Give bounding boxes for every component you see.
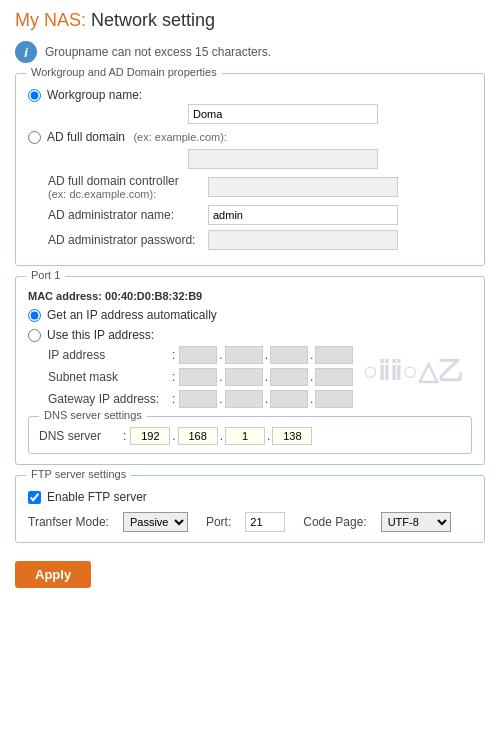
port1-section-title: Port 1 (26, 269, 65, 281)
ip-auto-radio[interactable] (28, 309, 41, 322)
port-input[interactable] (245, 512, 285, 532)
subnet-mask-row: Subnet mask : . . . (48, 368, 472, 386)
ip-manual-radio-row: Use this IP address: (28, 328, 472, 342)
info-bar: i Groupname can not excess 15 characters… (15, 41, 485, 63)
gateway-row: Gateway IP address: : . . . (48, 390, 472, 408)
workgroup-name-input[interactable] (188, 104, 378, 124)
ftp-options-row: Tranfser Mode: Passive Active Port: Code… (28, 512, 472, 532)
ftp-section-title: FTP server settings (26, 468, 131, 480)
dns-octet-2[interactable] (178, 427, 218, 445)
port1-section: Port 1 MAC address: 00:40:D0:B8:32:B9 Ge… (15, 276, 485, 465)
nas-label: My NAS: (15, 10, 86, 30)
gateway-label: Gateway IP address: (48, 392, 168, 406)
ip-address-label: IP address (48, 348, 168, 362)
transfer-mode-label: Tranfser Mode: (28, 515, 109, 529)
apply-button[interactable]: Apply (15, 561, 91, 588)
ip-address-row: IP address : . . . (48, 346, 472, 364)
ad-controller-input[interactable] (208, 177, 398, 197)
info-icon: i (15, 41, 37, 63)
workgroup-name-label: Workgroup name: (47, 88, 142, 102)
ip-manual-label: Use this IP address: (47, 328, 154, 342)
ip-colon-1: : (172, 348, 175, 362)
ad-domain-radio[interactable] (28, 131, 41, 144)
ip-auto-label: Get an IP address automatically (47, 308, 217, 322)
ad-admin-pass-row: AD administrator password: (48, 230, 472, 250)
ad-admin-name-row: AD administrator name: (48, 205, 472, 225)
gateway-colon: : (172, 392, 175, 406)
transfer-mode-select[interactable]: Passive Active (123, 512, 188, 532)
workgroup-section: Workgroup and AD Domain properties Workg… (15, 73, 485, 266)
ip-octet-3[interactable] (270, 346, 308, 364)
ip-manual-radio[interactable] (28, 329, 41, 342)
subnet-octet-2[interactable] (225, 368, 263, 386)
ad-admin-name-label: AD administrator name: (48, 208, 208, 222)
page-title: My NAS: Network setting (15, 10, 485, 31)
workgroup-section-title: Workgroup and AD Domain properties (26, 66, 222, 78)
ip-octet-4[interactable] (315, 346, 353, 364)
ip-octet-1[interactable] (179, 346, 217, 364)
port-label: Port: (206, 515, 231, 529)
ad-controller-label: AD full domain controller (ex: dc.exampl… (48, 174, 208, 200)
ftp-section: FTP server settings Enable FTP server Tr… (15, 475, 485, 543)
ip-auto-radio-row: Get an IP address automatically (28, 308, 472, 322)
workgroup-radio[interactable] (28, 89, 41, 102)
ad-domain-input[interactable] (188, 149, 378, 169)
ad-domain-row (48, 149, 472, 169)
dns-octet-3[interactable] (225, 427, 265, 445)
network-setting-label: Network setting (91, 10, 215, 30)
ip-octet-2[interactable] (225, 346, 263, 364)
enable-ftp-row: Enable FTP server (28, 490, 472, 504)
ad-domain-label: AD full domain (ex: example.com): (47, 130, 227, 144)
subnet-octet-1[interactable] (179, 368, 217, 386)
subnet-colon: : (172, 370, 175, 384)
ad-admin-pass-input[interactable] (208, 230, 398, 250)
dns-octet-4[interactable] (272, 427, 312, 445)
workgroup-radio-row: Workgroup name: (28, 88, 472, 102)
gateway-octet-3[interactable] (270, 390, 308, 408)
code-page-label: Code Page: (303, 515, 366, 529)
ad-domain-radio-row: AD full domain (ex: example.com): (28, 130, 472, 144)
subnet-octet-3[interactable] (270, 368, 308, 386)
ad-admin-pass-label: AD administrator password: (48, 233, 208, 247)
dns-section-title: DNS server settings (39, 409, 147, 421)
dns-row: DNS server : . . . (39, 427, 461, 445)
ad-controller-row: AD full domain controller (ex: dc.exampl… (48, 174, 472, 200)
enable-ftp-checkbox[interactable] (28, 491, 41, 504)
gateway-octet-4[interactable] (315, 390, 353, 408)
gateway-octet-2[interactable] (225, 390, 263, 408)
dns-section: DNS server settings DNS server : . . . (28, 416, 472, 454)
mac-address: MAC address: 00:40:D0:B8:32:B9 (28, 290, 472, 302)
workgroup-name-row (48, 104, 472, 124)
gateway-octet-1[interactable] (179, 390, 217, 408)
info-message: Groupname can not excess 15 characters. (45, 45, 271, 59)
dns-colon: : (123, 429, 126, 443)
subnet-mask-label: Subnet mask (48, 370, 168, 384)
enable-ftp-label: Enable FTP server (47, 490, 147, 504)
ad-admin-name-input[interactable] (208, 205, 398, 225)
subnet-octet-4[interactable] (315, 368, 353, 386)
code-page-select[interactable]: UTF-8 UTF-16 ISO-8859-1 (381, 512, 451, 532)
dns-octet-1[interactable] (130, 427, 170, 445)
dns-label: DNS server (39, 429, 119, 443)
